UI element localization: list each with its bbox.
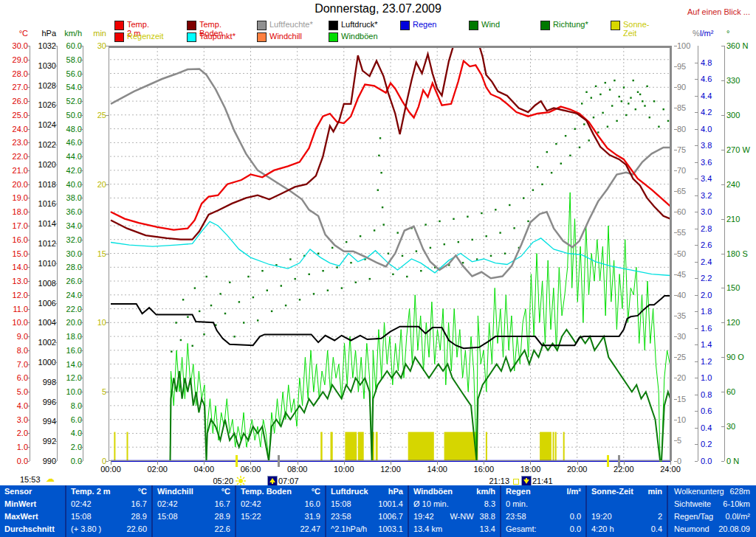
cell-value: 1001.4 — [378, 498, 403, 510]
tick-label: 4.4 — [701, 92, 712, 100]
wind-direction-dot — [569, 155, 571, 156]
info-value: 0.0l/m² — [725, 510, 750, 523]
wind-direction-dot — [299, 299, 300, 300]
tick-mark — [721, 392, 724, 392]
x-tick-label: 16:00 — [470, 465, 497, 474]
cell-left: 4:20 h — [591, 523, 614, 536]
tick-mark — [80, 420, 83, 420]
tick-mark — [695, 444, 698, 445]
tick-label: 0 — [0, 457, 106, 465]
tick-mark — [695, 378, 698, 378]
wind-direction-dot — [425, 224, 426, 225]
wind-direction-dot — [285, 305, 286, 306]
tick-label: 30 — [677, 333, 686, 341]
tick-mark — [27, 336, 30, 337]
tick-mark — [80, 87, 83, 88]
tick-mark — [54, 322, 57, 323]
cell-value: 0.0 — [570, 523, 581, 536]
tick-mark — [674, 399, 677, 400]
cell-value: 1006.7 — [378, 510, 403, 523]
table-col-sonne-zeit: Sonne-Zeitmin19:2024:20 h0.4 — [585, 485, 667, 537]
axis-name-3: min — [81, 30, 106, 38]
tick-mark — [27, 198, 30, 198]
legend-swatch-icon — [187, 21, 196, 30]
tick-mark — [80, 74, 83, 75]
x-tick-label: 02:00 — [144, 465, 171, 474]
col-title: Luftdruck — [331, 485, 368, 498]
wind-direction-dot — [420, 270, 422, 271]
wind-direction-dot — [630, 97, 631, 98]
wind-direction-dot — [322, 270, 323, 271]
tick-label: 1.4 — [701, 341, 712, 349]
x-tick-label: 20:00 — [564, 465, 591, 474]
tick-mark — [27, 60, 30, 60]
legend-swatch-icon — [257, 32, 267, 42]
table-col-windb-en: Windböenkm/hØ 10 min.8.319:42W-NW38.813.… — [408, 485, 500, 537]
axis-line — [698, 46, 698, 461]
sun-block — [408, 432, 434, 461]
wind-direction-dot — [192, 345, 193, 347]
cell-left: 23:58 — [506, 510, 526, 523]
tick-mark — [54, 66, 57, 66]
wind-direction-dot — [585, 91, 587, 93]
table-col-windchill: Windchill°C02:4216.715:0828.922.6 — [151, 485, 235, 537]
tick-mark — [54, 224, 57, 224]
wind-direction-dot — [458, 241, 459, 243]
tick-mark — [674, 108, 677, 108]
tick-mark — [80, 254, 83, 254]
cell-left: 15:08 — [331, 498, 351, 510]
tick-mark — [695, 162, 698, 163]
tick-mark — [27, 226, 30, 226]
tick-mark — [80, 115, 83, 116]
legend-swatch-icon — [329, 21, 338, 30]
tick-mark — [695, 112, 698, 113]
wind-direction-dot — [616, 120, 617, 122]
tick-mark — [674, 461, 677, 462]
tick-label: 46.0 — [0, 139, 82, 147]
wind-direction-dot — [199, 311, 200, 312]
tick-mark — [80, 212, 83, 212]
tick-mark — [27, 142, 30, 143]
wind-direction-dot — [481, 212, 482, 214]
axis-name-right-0: % — [693, 30, 700, 38]
wind-direction-dot — [605, 82, 606, 83]
tick-mark — [27, 101, 30, 102]
tick-mark — [80, 240, 83, 240]
tick-label: 10 — [0, 319, 106, 327]
tick-mark — [27, 406, 30, 406]
wind-direction-dot — [658, 126, 659, 128]
tick-mark — [695, 245, 698, 246]
wind-direction-dot — [350, 262, 351, 263]
tick-label: 330 — [726, 77, 740, 85]
cell-left: 02:42 — [157, 498, 178, 510]
col-title: Windböen — [413, 485, 453, 498]
tick-mark — [54, 283, 57, 284]
tick-mark — [80, 364, 83, 365]
legend-swatch-icon — [540, 21, 550, 30]
row-header: MinWert — [4, 498, 36, 510]
legend-item-label: Luftfeuchte* — [269, 20, 313, 29]
tick-mark — [80, 226, 83, 226]
tick-label: 300 — [726, 111, 740, 119]
glance-link[interactable]: Auf einen Blick ... — [687, 7, 750, 16]
tick-label: 36.0 — [0, 208, 82, 216]
info-label: Sichtweite — [674, 498, 711, 510]
sun-icon — [236, 476, 246, 486]
wind-direction-dot — [462, 262, 464, 263]
tick-mark — [674, 46, 677, 46]
axis-line — [724, 46, 725, 461]
wind-direction-dot — [171, 350, 172, 352]
tick-mark — [80, 184, 83, 185]
tick-mark — [721, 184, 724, 185]
info-value: 628m — [729, 485, 750, 498]
tick-mark — [674, 150, 677, 150]
tick-label: 18.0 — [0, 333, 82, 341]
tick-label: 4.8 — [701, 59, 712, 67]
tick-mark — [80, 198, 83, 198]
tick-label: 25 — [0, 111, 106, 119]
tick-label: 0.4 — [701, 424, 712, 432]
tick-mark — [27, 87, 30, 88]
tick-mark — [27, 392, 30, 392]
tick-mark — [54, 145, 57, 145]
tick-label: 3.4 — [701, 175, 712, 183]
